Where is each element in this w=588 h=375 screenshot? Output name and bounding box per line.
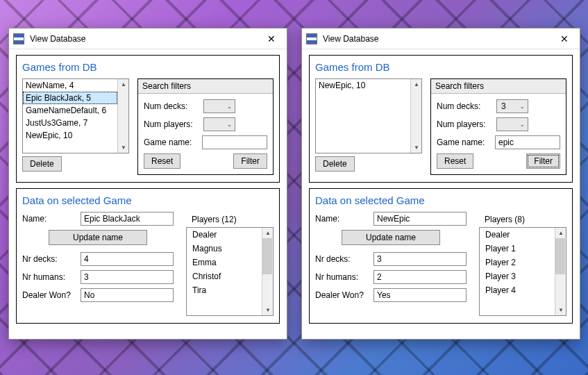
chevron-up-icon[interactable]: ▲ (411, 79, 422, 90)
close-button[interactable]: ✕ (256, 28, 287, 49)
list-item[interactable]: Epic BlackJack, 5 (23, 92, 117, 104)
scrollbar-thumb[interactable] (262, 238, 272, 274)
list-item[interactable]: Magnus (187, 242, 262, 256)
num-decks-row: Num decks:3⌄ (437, 99, 560, 113)
list-item[interactable]: Player 4 (480, 283, 555, 297)
update-name-button[interactable]: Update name (342, 230, 440, 245)
game-name-input[interactable] (202, 135, 267, 149)
filters-heading: Search filters (138, 79, 273, 94)
scrollbar[interactable]: ▲▼ (117, 79, 128, 153)
chevron-up-icon[interactable]: ▲ (555, 228, 566, 238)
game-name-row-label: Game name: (437, 138, 491, 147)
list-item[interactable]: NewEpic, 10 (316, 79, 410, 92)
num-decks-dropdown[interactable]: ⌄ (203, 99, 235, 113)
app-icon (13, 33, 24, 44)
delete-button[interactable]: Delete (315, 156, 355, 172)
games-heading: Games from DB (315, 61, 566, 73)
num-players-dropdown[interactable]: ⌄ (496, 117, 528, 131)
close-icon: ✕ (267, 33, 276, 44)
titlebar[interactable]: View Database✕ (302, 28, 580, 49)
nr-decks-input[interactable] (81, 252, 174, 266)
num-players-row-label: Num players: (144, 119, 199, 129)
game-name-input[interactable] (81, 212, 174, 226)
num-players-dropdown[interactable]: ⌄ (203, 117, 235, 131)
close-icon: ✕ (560, 33, 569, 44)
dealer-won-label: Dealer Won? (315, 290, 369, 300)
chevron-down-icon[interactable]: ▼ (555, 305, 566, 315)
titlebar[interactable]: View Database✕ (9, 28, 287, 49)
scrollbar[interactable]: ▲▼ (262, 228, 273, 315)
dealer-won-label: Dealer Won? (22, 290, 76, 300)
list-item[interactable]: Dealer (480, 228, 555, 242)
reset-button[interactable]: Reset (437, 153, 473, 169)
filter-button[interactable]: Filter (233, 153, 267, 169)
nr-humans-input[interactable] (81, 270, 174, 284)
num-decks-dropdown[interactable]: 3⌄ (496, 99, 528, 113)
filters-heading: Search filters (431, 79, 566, 94)
list-item[interactable]: Player 3 (480, 269, 555, 283)
chevron-down-icon: ⌄ (227, 103, 232, 110)
chevron-down-icon[interactable]: ▼ (262, 305, 274, 315)
list-item[interactable]: JustUs3Game, 7 (23, 117, 117, 129)
dealer-won-input[interactable] (373, 288, 467, 302)
dealer-won: Dealer Won? (22, 288, 174, 302)
list-item[interactable]: NewEpic, 10 (23, 129, 117, 142)
filters-panel: Search filtersNum decks:3⌄Num players:⌄G… (430, 78, 566, 175)
games-listbox[interactable]: NewName, 4Epic BlackJack, 5GameNameDefau… (22, 78, 129, 153)
scrollbar[interactable]: ▲▼ (555, 228, 566, 315)
window-view-database: View Database✕Games from DBNewName, 4Epi… (8, 28, 287, 340)
nr-humans-label: Nr humans: (22, 272, 76, 282)
games-section: Games from DBNewName, 4Epic BlackJack, 5… (16, 55, 280, 183)
game-name-row: Game name: (437, 135, 560, 149)
data-heading: Data on selected Game (315, 194, 566, 206)
list-item[interactable]: GameNameDefault, 6 (23, 104, 117, 117)
players-listbox[interactable]: DealerMagnusEmmaChristofTira▲▼ (186, 227, 274, 316)
chevron-up-icon[interactable]: ▲ (118, 79, 129, 90)
data-section: Data on selected GameName:Update nameNr … (309, 188, 573, 324)
game-name-row: Game name: (144, 135, 267, 149)
nr-decks-label: Nr decks: (22, 254, 76, 264)
window-body: Games from DBNewName, 4Epic BlackJack, 5… (9, 49, 287, 339)
num-players-row: Num players:⌄ (437, 117, 560, 131)
games-section: Games from DBNewEpic, 10▲▼DeleteSearch f… (309, 55, 573, 183)
list-item[interactable]: Tira (187, 283, 262, 297)
chevron-up-icon[interactable]: ▲ (262, 228, 274, 238)
window-body: Games from DBNewEpic, 10▲▼DeleteSearch f… (302, 49, 580, 339)
chevron-down-icon: ⌄ (520, 103, 525, 110)
game-name-input[interactable] (495, 135, 560, 149)
dealer-won-input[interactable] (81, 288, 174, 302)
chevron-down-icon[interactable]: ▼ (411, 142, 422, 153)
delete-button[interactable]: Delete (22, 156, 62, 172)
filter-button[interactable]: Filter (526, 153, 560, 169)
chevron-down-icon: ⌄ (227, 122, 232, 128)
list-item[interactable]: Dealer (187, 228, 262, 242)
list-item[interactable]: Christof (187, 269, 262, 283)
window-title: View Database (323, 34, 549, 44)
list-item[interactable]: Player 2 (480, 256, 555, 269)
data-heading: Data on selected Game (22, 194, 274, 206)
game-name-input[interactable] (373, 212, 467, 226)
game-name: Name: (22, 212, 174, 226)
window-view-database: View Database✕Games from DBNewEpic, 10▲▼… (301, 28, 580, 340)
game-name: Name: (315, 212, 467, 226)
games-listbox[interactable]: NewEpic, 10▲▼ (315, 78, 422, 153)
data-section: Data on selected GameName:Update nameNr … (16, 188, 280, 324)
players-listbox[interactable]: DealerPlayer 1Player 2Player 3Player 4▲▼ (479, 227, 566, 316)
list-item[interactable]: NewName, 4 (23, 79, 117, 92)
close-button[interactable]: ✕ (549, 28, 580, 49)
nr-decks: Nr decks: (22, 252, 174, 266)
update-name-button[interactable]: Update name (49, 230, 147, 245)
scrollbar-thumb[interactable] (555, 238, 565, 274)
filters-panel: Search filtersNum decks:⌄Num players:⌄Ga… (137, 78, 274, 175)
chevron-down-icon[interactable]: ▼ (118, 142, 129, 153)
list-item[interactable]: Emma (187, 256, 262, 269)
list-item[interactable]: Player 1 (480, 242, 555, 256)
num-players-row-label: Num players: (437, 119, 492, 129)
nr-decks-input[interactable] (373, 252, 467, 266)
nr-humans: Nr humans: (315, 270, 467, 284)
games-heading: Games from DB (22, 61, 274, 73)
reset-button[interactable]: Reset (144, 153, 180, 169)
scrollbar[interactable]: ▲▼ (410, 79, 421, 153)
nr-humans-input[interactable] (373, 270, 467, 284)
nr-humans: Nr humans: (22, 270, 174, 284)
